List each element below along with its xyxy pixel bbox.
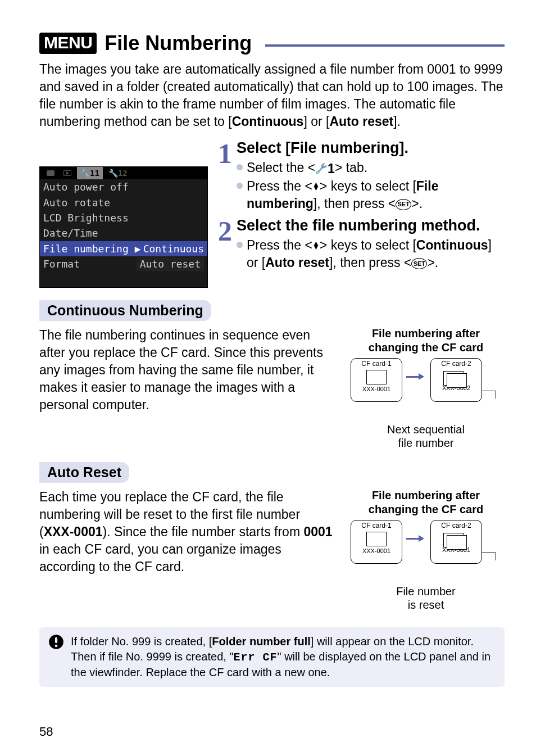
card-label: CF card-2 [431, 522, 482, 529]
photo-icon [366, 532, 387, 546]
card-label: CF card-1 [351, 360, 402, 368]
card-label: CF card-1 [351, 522, 402, 529]
lcd-tab-camera-icon [43, 167, 58, 179]
lcd-row: LCD Brightness [40, 210, 207, 225]
diagram-title: File numbering after changing the CF car… [347, 488, 505, 517]
warning-text: If folder No. 999 is created, [Folder nu… [71, 634, 496, 680]
photo-icon [447, 535, 467, 550]
lcd-row: Auto power off [40, 179, 207, 194]
menu-badge: MENU [39, 33, 97, 54]
autoreset-diagram: CF card-1 XXX-0001 CF card-2 XXX-0001 [347, 520, 505, 585]
step-bullet: Select the <🔧1> tab. [237, 159, 505, 178]
arrow-icon [406, 538, 423, 540]
lcd-tab-setup2: 🔧12 [105, 167, 131, 179]
photo-icon [366, 370, 387, 384]
svg-point-2 [55, 645, 58, 648]
card-label: CF card-2 [431, 360, 482, 368]
continuous-diagram: CF card-1 XXX-0001 CF card-2 XXX-0002 [347, 358, 505, 423]
lcd-tab-setup1: 🔧11 [77, 167, 103, 179]
step-number: 1 [218, 139, 232, 212]
svg-rect-1 [55, 637, 57, 644]
subheading-continuous: Continuous Numbering [39, 300, 211, 321]
step-title: Select [File numbering]. [237, 139, 505, 157]
lcd-row [40, 272, 207, 287]
step-bullet: Press the <> keys to select [File number… [237, 178, 505, 212]
step-title: Select the file numbering method. [237, 217, 505, 234]
subheading-autoreset: Auto Reset [39, 462, 129, 483]
page-number: 58 [39, 725, 53, 739]
up-down-icon [312, 242, 320, 249]
diagram-title: File numbering after changing the CF car… [347, 327, 505, 355]
lcd-row: Format Auto reset [40, 256, 207, 271]
up-down-icon [312, 183, 320, 190]
lcd-row-selected: File numbering ▶Continuous [40, 241, 207, 256]
autoreset-body: Each time you replace the CF card, the f… [39, 488, 333, 612]
lcd-tab-play-icon [60, 167, 75, 179]
step-bullet: Press the <> keys to select [Continuous]… [237, 237, 505, 271]
warning-icon [48, 634, 64, 650]
intro-text: The images you take are automatically as… [39, 61, 505, 130]
page-title: File Numbering [105, 31, 252, 55]
wrench-icon: 🔧1 [315, 160, 335, 178]
step-2: 2 Select the file numbering method. Pres… [218, 217, 505, 271]
title-rule [265, 44, 505, 47]
warning-box: If folder No. 999 is created, [Folder nu… [39, 627, 505, 687]
step-number: 2 [218, 217, 232, 271]
photo-icon [447, 373, 467, 388]
lcd-row: Auto rotate [40, 195, 207, 210]
set-button-icon: SET [411, 258, 427, 269]
continuous-body: The file numbering continues in sequence… [39, 327, 333, 450]
diagram-caption: File numberis reset [347, 585, 505, 612]
file-number: XXX-0001 [351, 386, 402, 392]
lcd-screenshot: 🔧11 🔧12 Auto power off Auto rotate LCD B… [39, 166, 208, 288]
set-button-icon: SET [396, 199, 411, 210]
step-1: 1 Select [File numbering]. Select the <🔧… [218, 139, 505, 212]
file-number: XXX-0001 [351, 547, 402, 554]
section-header: MENU File Numbering [39, 31, 505, 55]
diagram-caption: Next sequentialfile number [347, 423, 505, 450]
lcd-row: Date/Time [40, 225, 207, 241]
arrow-icon [406, 376, 423, 378]
